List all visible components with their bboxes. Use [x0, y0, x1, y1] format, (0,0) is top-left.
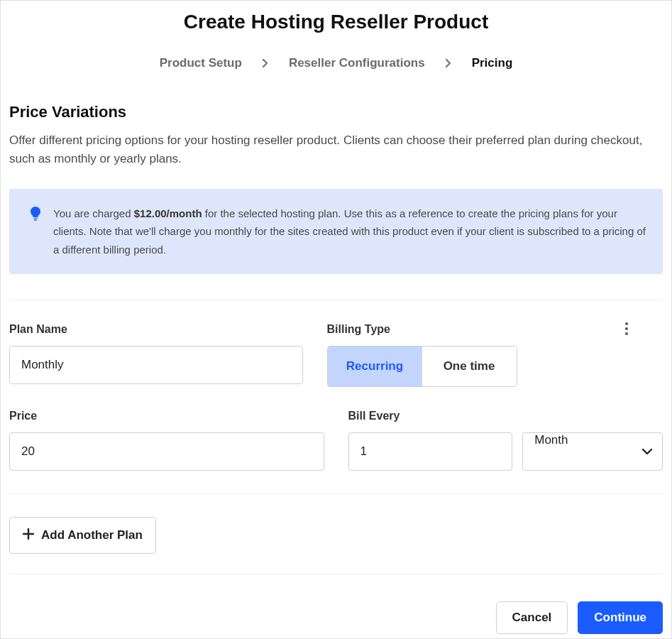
svg-point-4 — [625, 332, 628, 335]
bill-every-input[interactable] — [348, 432, 513, 471]
price-label: Price — [9, 410, 324, 422]
info-text-pre: You are charged — [53, 207, 134, 219]
continue-button[interactable]: Continue — [578, 601, 663, 634]
add-another-plan-label: Add Another Plan — [41, 528, 143, 542]
svg-rect-1 — [34, 219, 37, 220]
bill-every-unit-select[interactable]: Month — [522, 432, 663, 471]
price-input[interactable] — [9, 432, 324, 471]
info-amount: $12.00/month — [134, 207, 202, 219]
svg-point-3 — [625, 327, 628, 330]
section-title: Price Variations — [9, 103, 663, 121]
section-description: Offer different pricing options for your… — [9, 131, 663, 169]
billing-type-label: Billing Type — [327, 323, 621, 336]
breadcrumb-step-reseller-config[interactable]: Reseller Configurations — [289, 56, 425, 70]
divider — [9, 300, 663, 300]
cancel-button[interactable]: Cancel — [496, 601, 568, 634]
divider — [9, 493, 663, 494]
page-title: Create Hosting Reseller Product — [1, 11, 671, 33]
svg-rect-0 — [33, 218, 37, 219]
footer-actions: Cancel Continue — [1, 601, 671, 634]
product-form-container: Create Hosting Reseller Product Product … — [0, 0, 672, 639]
plan-name-label: Plan Name — [9, 323, 303, 336]
divider — [9, 574, 663, 574]
more-options-icon[interactable] — [624, 322, 629, 339]
add-another-plan-button[interactable]: Add Another Plan — [9, 517, 156, 554]
svg-point-2 — [625, 322, 628, 325]
billing-recurring-button[interactable]: Recurring — [328, 346, 422, 386]
breadcrumb: Product Setup Reseller Configurations Pr… — [1, 56, 671, 70]
breadcrumb-step-pricing[interactable]: Pricing — [472, 56, 513, 70]
billing-type-toggle: Recurring One time — [327, 346, 517, 387]
info-callout: You are charged $12.00/month for the sel… — [9, 189, 663, 275]
lightbulb-icon — [29, 206, 42, 259]
chevron-right-icon — [262, 58, 269, 68]
breadcrumb-step-product-setup[interactable]: Product Setup — [160, 56, 242, 70]
plus-icon — [23, 528, 34, 543]
plan-name-input[interactable] — [9, 346, 303, 384]
bill-every-label: Bill Every — [348, 410, 663, 422]
chevron-right-icon — [445, 58, 452, 68]
billing-onetime-button[interactable]: One time — [422, 346, 517, 386]
info-text: You are charged $12.00/month for the sel… — [53, 204, 647, 259]
